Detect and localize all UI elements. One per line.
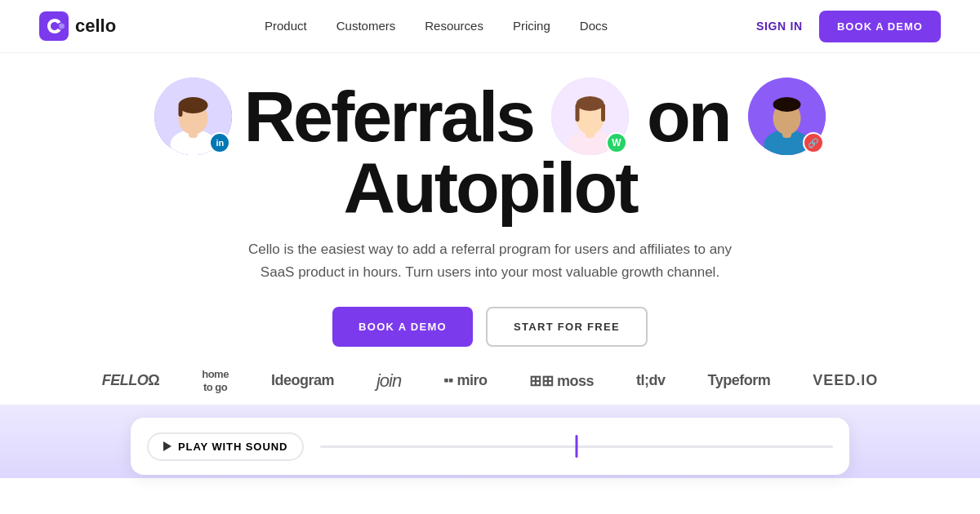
- nav-actions: SIGN IN BOOK A DEMO: [756, 11, 941, 42]
- brand-veed: VEED.IO: [813, 372, 878, 389]
- nav-item-customers[interactable]: Customers: [336, 19, 396, 33]
- svg-point-11: [577, 96, 604, 111]
- brand-tldv: tl;dv: [636, 372, 666, 389]
- avatar-1: in: [154, 78, 232, 155]
- brand-strip: FELLOΩ hometo go Ideogram join ▪▪ miro ⊞…: [53, 368, 927, 393]
- headline-word-on: on: [647, 81, 730, 153]
- nav-item-docs[interactable]: Docs: [580, 19, 608, 33]
- linkedin-badge: in: [209, 132, 230, 153]
- headline-line1: in Referrals W on: [154, 78, 825, 155]
- brand-moss: ⊞⊞ moss: [529, 372, 594, 390]
- play-sound-button[interactable]: PLAY WITH SOUND: [147, 432, 304, 461]
- brand-hometogo: hometo go: [202, 368, 229, 393]
- logo[interactable]: cello: [39, 11, 116, 41]
- hero-section: in Referrals W on: [0, 53, 980, 393]
- brand-join: join: [376, 370, 401, 392]
- book-demo-nav-button[interactable]: BOOK A DEMO: [819, 11, 941, 42]
- navbar: cello Product Customers Resources Pricin…: [0, 0, 980, 53]
- book-demo-button[interactable]: BOOK A DEMO: [332, 307, 473, 347]
- play-sound-label: PLAY WITH SOUND: [178, 441, 287, 453]
- bottom-section: PLAY WITH SOUND: [0, 405, 980, 478]
- whatsapp-badge: W: [606, 132, 627, 153]
- svg-point-18: [773, 97, 800, 112]
- headline-line2: Autopilot: [343, 152, 636, 224]
- timeline-area: [320, 430, 833, 463]
- timeline-bar: [320, 445, 833, 448]
- nav-item-pricing[interactable]: Pricing: [513, 19, 550, 33]
- nav-menu: Product Customers Resources Pricing Docs: [265, 19, 608, 33]
- brand-ideogram: Ideogram: [271, 372, 334, 389]
- hero-buttons: BOOK A DEMO START FOR FREE: [332, 307, 648, 347]
- start-free-button[interactable]: START FOR FREE: [486, 307, 648, 347]
- timeline-cursor: [576, 435, 578, 458]
- brand-fellow: FELLOΩ: [102, 372, 159, 389]
- hero-subtitle: Cello is the easiest way to add a referr…: [237, 238, 743, 284]
- brand-typeform: Typeform: [707, 372, 770, 389]
- play-icon: [163, 441, 172, 451]
- video-card: PLAY WITH SOUND: [131, 418, 849, 475]
- logo-wordmark: cello: [75, 16, 116, 37]
- headline-word-autopilot: Autopilot: [343, 152, 636, 224]
- svg-rect-12: [576, 104, 580, 122]
- nav-item-resources[interactable]: Resources: [425, 19, 483, 33]
- link-badge: 🔗: [803, 132, 824, 153]
- sign-in-button[interactable]: SIGN IN: [756, 20, 803, 33]
- svg-rect-13: [601, 104, 605, 122]
- nav-item-product[interactable]: Product: [265, 19, 307, 33]
- brand-miro: ▪▪ miro: [443, 372, 487, 389]
- svg-rect-6: [179, 105, 183, 117]
- headline-word-referrals: Referrals: [243, 81, 533, 153]
- svg-point-5: [179, 97, 208, 113]
